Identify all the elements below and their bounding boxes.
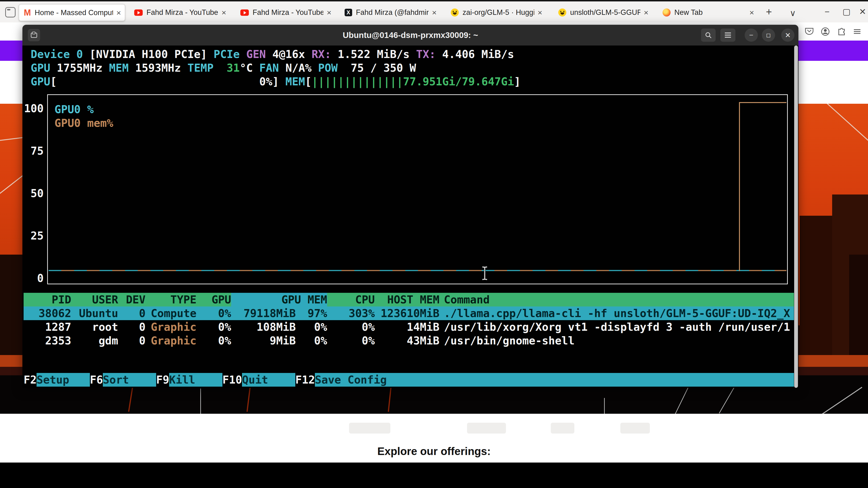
fkey-sort-button[interactable]: Sort bbox=[103, 373, 156, 387]
header-user[interactable]: USER bbox=[71, 293, 118, 306]
tab-x-fahdmirza[interactable]: X Fahd Mirza (@fahdmirza × bbox=[340, 5, 440, 20]
browser-close-button[interactable]: ✕ bbox=[859, 7, 866, 16]
list-tabs-chevron-icon[interactable]: ∨ bbox=[790, 8, 796, 19]
account-icon[interactable] bbox=[820, 26, 831, 37]
tab-home-massed-compute[interactable]: M Home - Massed Compute × bbox=[19, 4, 125, 21]
tab-close-icon[interactable]: × bbox=[221, 8, 226, 17]
mem-gauge-label: MEM bbox=[285, 75, 305, 88]
graph-zero-line bbox=[49, 270, 786, 271]
gpu-gauge-label: GPU bbox=[31, 75, 50, 88]
nvtop-screen[interactable]: Device 0 [NVIDIA H100 PCIe] PCIe GEN 4@1… bbox=[22, 45, 799, 388]
header-command[interactable]: Command bbox=[444, 293, 794, 306]
tab-title: Home - Massed Compute bbox=[35, 8, 113, 17]
bracket: [ bbox=[305, 75, 312, 88]
tab-close-icon[interactable]: × bbox=[537, 8, 542, 17]
huggingface-icon bbox=[451, 8, 459, 17]
legend-gpu-percent: GPU0 % bbox=[55, 102, 94, 116]
fan-label: FAN bbox=[259, 62, 279, 74]
gen-value: 4@16x bbox=[266, 48, 312, 61]
cell-gpu-mem-pct: 0% bbox=[296, 320, 327, 334]
tab-title: Fahd Mirza - YouTube bbox=[253, 8, 323, 17]
y-axis-label-75: 75 bbox=[22, 144, 44, 158]
terminal-menu-button[interactable] bbox=[720, 29, 736, 42]
temp-value: 31 bbox=[227, 62, 240, 74]
header-gpu-mem-sort-column[interactable]: GPU MEM bbox=[231, 293, 327, 306]
decor-red-line bbox=[388, 385, 392, 412]
terminal-titlebar[interactable]: Ubuntu@0146-dsm-prxmx30009: ~ − ◻ ✕ bbox=[22, 25, 799, 45]
tab-close-icon[interactable]: × bbox=[644, 8, 648, 17]
cell-gpu-mem: 79118MiB bbox=[231, 306, 296, 320]
terminal-maximize-button[interactable]: ◻ bbox=[762, 29, 775, 42]
faded-nav-pill bbox=[620, 423, 650, 433]
faded-nav-pill bbox=[349, 423, 390, 433]
browser-minimize-button[interactable]: − bbox=[825, 7, 830, 16]
terminal-title: Ubuntu@0146-dsm-prxmx30009: ~ bbox=[22, 30, 799, 40]
text-cursor-pointer bbox=[481, 266, 488, 281]
cell-dev: 0 bbox=[118, 306, 146, 320]
pocket-icon[interactable] bbox=[804, 26, 814, 37]
firefox-view-icon[interactable] bbox=[5, 7, 16, 18]
header-type[interactable]: TYPE bbox=[146, 293, 196, 306]
header-pid[interactable]: PID bbox=[24, 293, 71, 306]
terminal-minimize-button[interactable]: − bbox=[745, 29, 758, 42]
huggingface-icon bbox=[558, 8, 566, 17]
gen-label: GEN bbox=[246, 48, 266, 61]
header-gpu[interactable]: GPU bbox=[196, 293, 231, 306]
bracket: ] bbox=[272, 75, 285, 88]
terminal-scrollbar[interactable] bbox=[794, 45, 798, 388]
process-row-selected[interactable]: 38062 Ubuntu 0 Compute 0% 79118MiB 97% 3… bbox=[24, 306, 794, 320]
temp-unit: °C bbox=[240, 62, 259, 74]
tab-title: zai-org/GLM-5 · Hugging bbox=[463, 8, 534, 17]
power-value: 75 / 350 W bbox=[338, 62, 416, 74]
fkey-save-config-button[interactable]: Save Config bbox=[315, 373, 794, 387]
gpu-utilization-graph: GPU0 % GPU0 mem% bbox=[47, 94, 788, 284]
y-axis-label-50: 50 bbox=[22, 187, 44, 200]
terminal-close-button[interactable]: ✕ bbox=[781, 29, 795, 42]
tab-close-icon[interactable]: × bbox=[116, 9, 121, 17]
tab-huggingface-unsloth[interactable]: unsloth/GLM-5-GGUF · H × bbox=[554, 5, 652, 20]
massed-compute-icon: M bbox=[24, 8, 31, 17]
cell-host-mem: 14MiB bbox=[375, 320, 439, 334]
fkey-setup-button[interactable]: Setup bbox=[36, 373, 90, 387]
extensions-puzzle-icon[interactable] bbox=[836, 26, 846, 37]
spacer bbox=[240, 48, 246, 61]
legend-gpu-mem-percent: GPU0 mem% bbox=[55, 116, 113, 130]
new-tab-button[interactable]: + bbox=[766, 7, 772, 17]
header-host-mem[interactable]: HOST MEM bbox=[375, 293, 439, 306]
tab-close-icon[interactable]: × bbox=[432, 8, 437, 17]
header-cpu[interactable]: CPU bbox=[327, 293, 375, 306]
fkey-kill-button[interactable]: Kill bbox=[169, 373, 222, 387]
fkey-f10[interactable]: F10 bbox=[222, 373, 242, 387]
fkey-f12[interactable]: F12 bbox=[295, 373, 315, 387]
cell-dev: 0 bbox=[118, 334, 146, 348]
tab-close-icon[interactable]: × bbox=[327, 8, 331, 17]
browser-restore-button[interactable]: ▢ bbox=[842, 7, 850, 16]
fkey-f6[interactable]: F6 bbox=[90, 373, 103, 387]
cell-command: ./llama.cpp/llama-cli -hf unsloth/GLM-5-… bbox=[444, 306, 794, 320]
cell-pid: 1287 bbox=[24, 320, 71, 334]
hamburger-menu-icon[interactable] bbox=[852, 26, 862, 37]
cell-cpu: 0% bbox=[327, 320, 375, 334]
screen: Explore our offerings: M Home - Massed C… bbox=[0, 0, 868, 488]
cell-gpu-mem-pct: 97% bbox=[296, 306, 327, 320]
fkey-f9[interactable]: F9 bbox=[156, 373, 169, 387]
tab-huggingface-zai[interactable]: zai-org/GLM-5 · Hugging × bbox=[446, 5, 546, 20]
cell-user: gdm bbox=[71, 334, 118, 348]
tab-youtube-1[interactable]: Fahd Mirza - YouTube × bbox=[129, 5, 230, 20]
process-row[interactable]: 2353 gdm 0 Graphic 0% 9MiB 0% 0% 43MiB /… bbox=[24, 334, 794, 348]
faded-nav-pill bbox=[467, 423, 506, 433]
device-info-line: Device 0 [NVIDIA H100 PCIe] PCIe GEN 4@1… bbox=[31, 47, 514, 61]
cell-pid: 38062 bbox=[24, 306, 71, 320]
tab-new-tab[interactable]: New Tab × bbox=[658, 5, 758, 20]
fkey-f2[interactable]: F2 bbox=[24, 373, 36, 387]
cell-gpu-mem: 9MiB bbox=[231, 334, 296, 348]
bracket: [ bbox=[50, 75, 57, 88]
fkey-quit-button[interactable]: Quit bbox=[242, 373, 295, 387]
tab-close-icon[interactable]: × bbox=[749, 8, 754, 17]
tab-youtube-2[interactable]: Fahd Mirza - YouTube × bbox=[236, 5, 335, 20]
gpu-gauge-value: 0% bbox=[57, 75, 272, 88]
header-dev[interactable]: DEV bbox=[118, 293, 146, 306]
terminal-search-button[interactable] bbox=[701, 29, 716, 42]
process-row[interactable]: 1287 root 0 Graphic 0% 108MiB 0% 0% 14Mi… bbox=[24, 320, 794, 334]
search-icon bbox=[705, 31, 712, 39]
